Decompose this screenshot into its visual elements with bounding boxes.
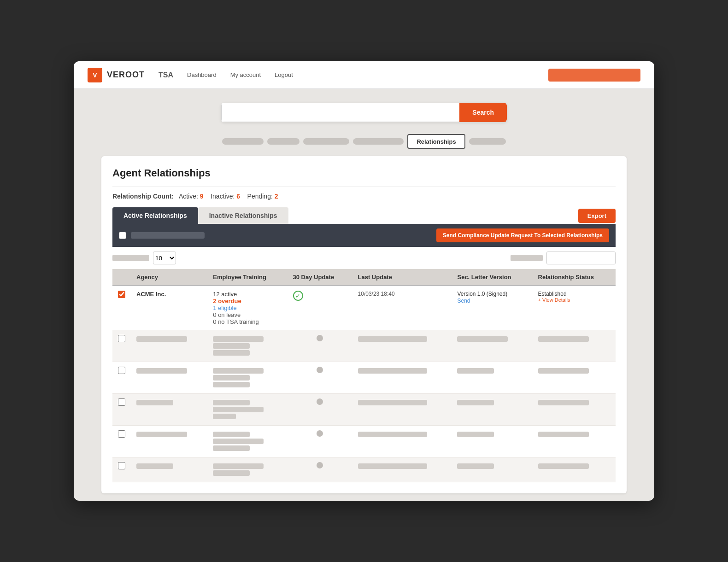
search-area: Search xyxy=(74,89,654,127)
skel xyxy=(538,368,589,374)
select-all-checkbox[interactable] xyxy=(119,232,126,239)
table-row xyxy=(112,394,616,426)
emp-no-tsa: 0 no TSA training xyxy=(213,318,282,325)
skel xyxy=(213,407,264,412)
page-title: Agent Relationships xyxy=(112,167,616,179)
active-label: Active: xyxy=(179,193,198,200)
last-update: 10/03/23 18:40 xyxy=(352,286,452,330)
compliance-update-button[interactable]: Send Compliance Update Request To Select… xyxy=(436,228,609,242)
skel xyxy=(213,414,236,419)
filter-right xyxy=(511,252,616,264)
skel xyxy=(358,368,427,374)
filter-select[interactable]: 10 25 50 xyxy=(153,252,176,264)
table-row xyxy=(112,362,616,394)
relationship-count: Relationship Count: Active: 9 Inactive: … xyxy=(112,193,616,200)
search-input[interactable] xyxy=(221,103,459,122)
skel xyxy=(457,400,494,405)
nav-right-bar xyxy=(548,69,640,82)
skel xyxy=(317,430,323,437)
skel xyxy=(457,368,494,374)
skel xyxy=(213,382,250,387)
table-row xyxy=(112,330,616,362)
col-agency-header: Agency xyxy=(131,269,207,286)
sec-letter-cell: Version 1.0 (Signed) Send xyxy=(452,286,532,330)
view-details-link[interactable]: + View Details xyxy=(538,297,610,303)
filter-search-input[interactable] xyxy=(546,252,616,264)
skel xyxy=(213,343,250,349)
search-bar: Search xyxy=(221,103,507,122)
skel xyxy=(136,400,173,405)
inactive-count: 6 xyxy=(236,193,240,200)
table-row: ACME Inc. 12 active 2 overdue 1 eligible… xyxy=(112,286,616,330)
tab-inactive-relationships[interactable]: Inactive Relationships xyxy=(198,207,288,224)
tab-3[interactable] xyxy=(303,138,349,145)
main-content: Agent Relationships Relationship Count: … xyxy=(101,156,627,493)
nav-links: Dashboard My account Logout xyxy=(187,71,548,78)
tab-4[interactable] xyxy=(353,138,404,145)
send-link[interactable]: Send xyxy=(457,298,470,304)
skel xyxy=(213,470,250,476)
skel xyxy=(358,336,427,342)
row-checkbox[interactable] xyxy=(118,430,125,438)
table-header-bar: Send Compliance Update Request To Select… xyxy=(112,224,616,247)
row-checkbox[interactable] xyxy=(118,398,125,406)
header-placeholder xyxy=(131,232,205,239)
agency-name: ACME Inc. xyxy=(131,286,207,330)
nav-logout[interactable]: Logout xyxy=(275,71,293,78)
rel-status-cell: Established + View Details xyxy=(533,286,616,330)
nav-my-account[interactable]: My account xyxy=(230,71,261,78)
logo-text: VEROOT xyxy=(107,70,145,80)
nav-dashboard[interactable]: Dashboard xyxy=(187,71,217,78)
filter-search-label xyxy=(511,255,543,261)
emp-leave: 0 on leave xyxy=(213,311,282,318)
skel xyxy=(213,432,250,437)
row-checkbox[interactable] xyxy=(118,462,125,469)
skel xyxy=(538,432,589,437)
org-name: TSA xyxy=(159,71,173,79)
col-sec-letter-header: Sec. Letter Version xyxy=(452,269,532,286)
tab-relationships[interactable]: Relationships xyxy=(407,134,465,149)
row-checkbox[interactable] xyxy=(118,291,125,298)
col-rel-status-header: Relationship Status xyxy=(533,269,616,286)
30-day-update-cell: ✓ xyxy=(288,286,352,330)
check-icon: ✓ xyxy=(293,291,303,301)
skel xyxy=(317,367,323,373)
skel xyxy=(213,463,264,469)
employee-training: 12 active 2 overdue 1 eligible 0 on leav… xyxy=(207,286,287,330)
tabs-strip: Relationships xyxy=(74,127,654,149)
pending-count: 2 xyxy=(275,193,278,200)
tab-6[interactable] xyxy=(469,138,506,145)
skel xyxy=(136,463,173,469)
established-status: Established xyxy=(538,291,610,297)
col-30day-header: 30 Day Update xyxy=(288,269,352,286)
tab-2[interactable] xyxy=(267,138,299,145)
table-row xyxy=(112,426,616,457)
skel xyxy=(213,336,264,342)
skel xyxy=(457,432,494,437)
skel xyxy=(317,335,323,341)
skel xyxy=(538,400,589,405)
col-training-header: Employee Training xyxy=(207,269,287,286)
export-button[interactable]: Export xyxy=(578,209,616,223)
tab-1[interactable] xyxy=(222,138,264,145)
skel xyxy=(457,336,508,342)
col-checkbox xyxy=(112,269,131,286)
skel xyxy=(538,463,589,469)
tab-active-relationships[interactable]: Active Relationships xyxy=(112,207,198,224)
row-checkbox[interactable] xyxy=(118,367,125,374)
skel xyxy=(136,432,187,437)
row-checkbox[interactable] xyxy=(118,335,125,342)
table-row xyxy=(112,457,616,482)
skel xyxy=(213,375,250,381)
search-button[interactable]: Search xyxy=(459,103,507,122)
emp-overdue: 2 overdue xyxy=(213,298,282,304)
skel xyxy=(136,368,187,374)
skel xyxy=(317,462,323,468)
inactive-label: Inactive: xyxy=(211,193,235,200)
data-table: Agency Employee Training 30 Day Update L… xyxy=(112,269,616,482)
emp-eligible: 1 eligible xyxy=(213,304,282,311)
rel-count-label: Relationship Count: xyxy=(112,193,174,200)
veroot-logo-icon: V xyxy=(88,68,102,82)
skel xyxy=(358,463,427,469)
navbar: V VEROOT TSA Dashboard My account Logout xyxy=(74,61,654,89)
